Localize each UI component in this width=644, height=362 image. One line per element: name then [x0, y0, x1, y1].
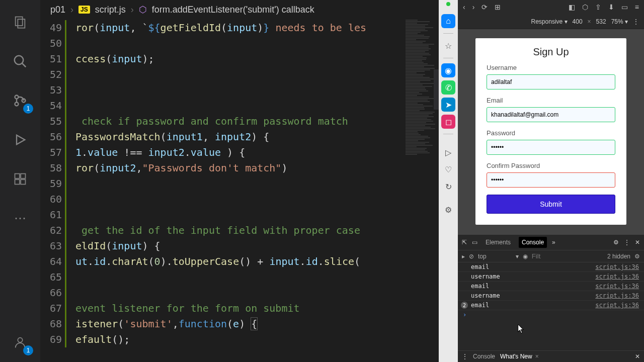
vertical-taskbar: ⌂☆◉✆➤◻▷♡↻⚙ — [439, 0, 458, 362]
confirm-password-label: Confirm Password — [487, 162, 615, 169]
close-tab-icon[interactable]: × — [535, 353, 539, 360]
zoom-select[interactable]: 75% ▾ — [611, 18, 628, 25]
svg-point-12 — [18, 338, 22, 342]
field-password: Password — [487, 129, 615, 155]
device-toggle-icon[interactable]: ▭ — [472, 239, 477, 246]
console-row[interactable]: usernamescript.js:36 — [458, 272, 644, 282]
editor-area: p01 › JS script.js › ⬡ form.addEventList… — [40, 0, 439, 362]
svg-rect-8 — [15, 174, 20, 178]
search-icon[interactable] — [8, 49, 32, 73]
console-row[interactable]: emailscript.js:36 — [458, 282, 644, 291]
vscode-activity-bar: 1 ⋯ 1 — [0, 0, 40, 362]
console-filter-bar: ▸ ⊘ top ▾ ◉ 2 hidden ⚙ — [458, 250, 644, 262]
svg-rect-0 — [16, 17, 23, 26]
breadcrumb-symbol[interactable]: form.addEventListener('submit') callback — [152, 5, 314, 15]
heart-icon[interactable]: ♡ — [441, 162, 455, 176]
more-icon[interactable]: ⋯ — [8, 206, 32, 230]
telegram-icon[interactable]: ➤ — [441, 98, 455, 112]
scm-icon[interactable]: 1 — [8, 88, 32, 113]
console-row[interactable]: 2emailscript.js:36 — [458, 301, 644, 310]
reload-icon[interactable]: ⟳ — [481, 3, 488, 11]
device-mode-select[interactable]: Responsive ▾ — [531, 18, 568, 25]
email-input[interactable] — [487, 107, 615, 122]
svg-line-3 — [22, 63, 26, 67]
username-input[interactable] — [487, 74, 615, 89]
tab-elements[interactable]: Elements — [482, 237, 514, 248]
scm-badge: 1 — [23, 104, 33, 114]
breadcrumb-file[interactable]: script.js — [95, 5, 126, 15]
confirm-password-input[interactable] — [487, 172, 615, 188]
drawer-tab-console[interactable]: Console — [473, 353, 495, 360]
box-icon[interactable]: ⬡ — [582, 3, 588, 11]
js-badge-icon: JS — [78, 6, 90, 14]
code-editor[interactable]: 4950515253545556575859606162636465666768… — [40, 19, 439, 362]
kebab-icon[interactable]: ⋮ — [633, 18, 639, 25]
email-label: Email — [487, 97, 615, 104]
browser-toolbar: ‹ › ⟳ ⊞ ◧ ⬡ ⇪ ⬇ ▭ ≡ — [458, 0, 644, 14]
tab-console[interactable]: Console — [519, 237, 547, 248]
account-badge: 1 — [23, 345, 33, 355]
password-input[interactable] — [487, 140, 615, 155]
devtools-tabs: ⇱ ▭ Elements Console » ⚙ ⋮ ✕ — [458, 235, 644, 250]
hidden-count[interactable]: 2 hidden — [607, 253, 630, 260]
gear-icon[interactable]: ⚙ — [613, 239, 619, 246]
list-icon[interactable]: ≡ — [635, 3, 639, 11]
inspect-icon[interactable]: ⇱ — [462, 239, 467, 246]
eye-icon[interactable]: ◉ — [523, 253, 528, 260]
method-icon: ⬡ — [139, 4, 147, 15]
debug-icon[interactable] — [8, 128, 32, 152]
breadcrumb-root[interactable]: p01 — [50, 5, 65, 15]
extensions-icon[interactable] — [8, 167, 32, 191]
star-icon[interactable]: ☆ — [441, 39, 455, 53]
code-body[interactable]: ror(input, `${getFieldId(input)} needs t… — [75, 19, 439, 362]
account-icon[interactable]: 1 — [8, 330, 32, 354]
field-email: Email — [487, 97, 615, 122]
sidebar-toggle-icon[interactable]: ▸ — [462, 253, 465, 260]
kebab-icon[interactable]: ⋮ — [462, 353, 468, 360]
form-title: Sign Up — [487, 46, 615, 58]
viewport-width[interactable]: 400 — [573, 18, 583, 25]
close-icon[interactable]: ✕ — [635, 239, 640, 246]
dock-icon[interactable]: ▭ — [621, 3, 628, 11]
username-label: Username — [487, 64, 615, 71]
submit-button[interactable]: Submit — [487, 195, 615, 214]
cube-icon[interactable]: ◧ — [569, 3, 575, 11]
filter-input[interactable] — [532, 252, 547, 260]
share-icon[interactable]: ⇪ — [595, 3, 601, 11]
status-dot-icon — [446, 2, 450, 6]
instagram-icon[interactable]: ◻ — [441, 115, 455, 129]
explorer-icon[interactable] — [8, 10, 32, 34]
chevron-down-icon: ▾ — [516, 253, 519, 260]
settings-icon[interactable]: ⚙ — [441, 203, 455, 217]
send-icon[interactable]: ▷ — [441, 145, 455, 159]
whatsapp-icon[interactable]: ✆ — [441, 80, 455, 95]
gear-icon[interactable]: ⚙ — [634, 253, 640, 260]
line-gutter: 4950515253545556575859606162636465666768… — [40, 19, 75, 362]
close-icon[interactable]: ✕ — [635, 353, 640, 360]
device-toolbar: Responsive ▾ 400 × 532 75% ▾ ⋮ — [458, 14, 644, 29]
svg-marker-7 — [17, 135, 25, 145]
drawer-tab-whatsnew[interactable]: What's New — [500, 353, 532, 360]
console-row[interactable]: usernamescript.js:36 — [458, 291, 644, 301]
home-icon[interactable]: ⌂ — [441, 14, 455, 28]
context-select[interactable]: top — [478, 253, 487, 260]
chevron-right-icon: › — [70, 5, 73, 15]
viewport-height[interactable]: 532 — [596, 18, 606, 25]
history-icon[interactable]: ↻ — [441, 179, 455, 194]
forward-icon[interactable]: › — [472, 3, 475, 11]
dimension-separator: × — [588, 18, 591, 25]
svg-point-5 — [15, 103, 19, 106]
console-row[interactable]: emailscript.js:36 — [458, 262, 644, 272]
download-icon[interactable]: ⬇ — [608, 3, 614, 11]
more-tabs-icon[interactable]: » — [552, 239, 555, 246]
devtools-panel: ⇱ ▭ Elements Console » ⚙ ⋮ ✕ ▸ ⊘ top ▾ ◉… — [458, 235, 644, 362]
console-output[interactable]: emailscript.js:36usernamescript.js:36ema… — [458, 262, 644, 350]
kebab-icon[interactable]: ⋮ — [624, 239, 630, 246]
breadcrumb[interactable]: p01 › JS script.js › ⬡ form.addEventList… — [40, 0, 439, 19]
back-icon[interactable]: ‹ — [463, 3, 465, 11]
apps-icon[interactable]: ⊞ — [495, 3, 501, 11]
browser-devtools-panel: ‹ › ⟳ ⊞ ◧ ⬡ ⇪ ⬇ ▭ ≡ Responsive ▾ 400 × 5… — [458, 0, 644, 362]
clear-console-icon[interactable]: ⊘ — [469, 253, 474, 260]
messenger-icon[interactable]: ◉ — [441, 63, 455, 77]
minimap[interactable] — [404, 19, 439, 362]
